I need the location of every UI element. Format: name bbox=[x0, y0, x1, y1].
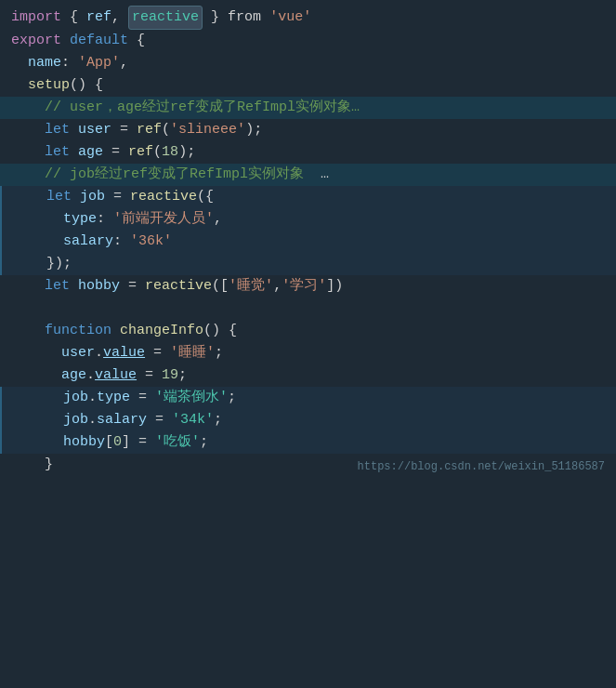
keyword-from: from bbox=[228, 7, 261, 29]
watermark: https://blog.csdn.net/weixin_51186587 bbox=[358, 458, 605, 476]
code-line-14 bbox=[0, 298, 616, 320]
code-line-7: let age = ref ( 18 ); bbox=[0, 141, 616, 164]
code-line-16: user . value = '睡睡' ; bbox=[0, 342, 616, 364]
code-line-9: let job = reactive ({ bbox=[0, 186, 616, 208]
keyword-import: import bbox=[11, 7, 61, 29]
code-line-19: job . salary = '34k' ; bbox=[0, 409, 616, 431]
code-line-18: job . type = '端茶倒水' ; bbox=[0, 387, 616, 409]
code-line-11: salary : '36k' bbox=[0, 231, 616, 253]
code-line-4: setup () { bbox=[0, 74, 616, 97]
code-line-5: // user，age经过ref变成了RefImpl实例对象… bbox=[0, 97, 616, 119]
code-line-12: }); bbox=[0, 253, 616, 275]
code-line-15: function changeInfo () { bbox=[0, 320, 616, 342]
code-line-13: let hobby = reactive ([ '睡觉' , '学习' ]) bbox=[0, 275, 616, 298]
code-line-17: age . value = 19 ; bbox=[0, 364, 616, 387]
code-editor: import { ref , reactive } from 'vue' exp… bbox=[0, 0, 616, 482]
string-vue: 'vue' bbox=[269, 7, 311, 29]
code-line-10: type : '前端开发人员' , bbox=[0, 208, 616, 231]
code-line-1: import { ref , reactive } from 'vue' bbox=[0, 6, 616, 30]
code-line-3: name : 'App' , bbox=[0, 52, 616, 74]
reactive-identifier: reactive bbox=[128, 6, 203, 30]
code-line-8: // job经过ref变成了RefImpl实例对象 … bbox=[0, 164, 616, 186]
code-line-6: let user = ref ( 'slineee' ); bbox=[0, 119, 616, 141]
ref-identifier: ref bbox=[86, 7, 111, 29]
code-line-2: export default { bbox=[0, 30, 616, 52]
code-line-20: hobby [ 0 ] = '吃饭' ; bbox=[0, 431, 616, 454]
